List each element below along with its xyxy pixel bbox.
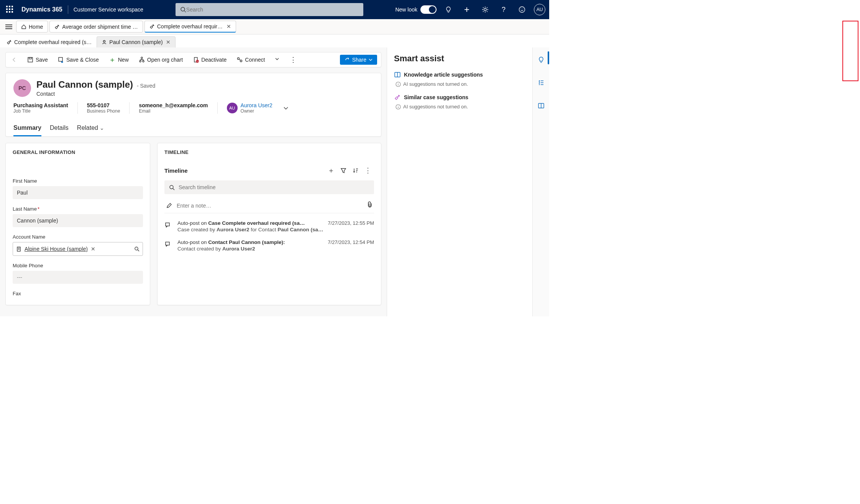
lightbulb-icon[interactable] [442,3,455,16]
header-field-email: someone_h@example.com Email [139,102,217,114]
svg-point-18 [240,60,242,62]
help-icon[interactable]: ? [497,3,510,16]
svg-point-7 [103,41,105,43]
subtab-close-button[interactable]: ✕ [166,39,171,45]
chevron-down-icon[interactable] [283,105,289,111]
last-name-label: Last Name* [13,206,143,212]
first-name-input[interactable] [13,186,143,199]
account-link[interactable]: Alpine Ski House (sample) [25,246,88,252]
save-close-button[interactable]: Save & Close [56,55,100,64]
wrench-icon [54,24,60,29]
nav-menu-button[interactable] [2,19,15,34]
tab-complete-overhaul[interactable]: Complete overhaul requir… ✕ [144,21,236,33]
more-timeline-button[interactable]: ⋮ [362,164,374,177]
tab-avg-order[interactable]: Average order shipment time … [49,21,143,33]
owner-link[interactable]: Aurora User2 [241,102,272,108]
header-field-business-phone: 555-0107 Business Phone [87,102,130,114]
smart-assist-title: Smart assist [394,54,525,64]
smart-assist-panel: Smart assist Knowledge article suggestio… [387,47,532,316]
svg-point-11 [141,57,143,59]
svg-point-4 [519,7,525,13]
timeline-note-row[interactable] [164,198,374,213]
clear-lookup-button[interactable]: ✕ [91,246,95,252]
timeline-item[interactable]: Auto-post on Contact Paul Cannon (sample… [164,239,374,252]
home-icon [21,24,26,29]
add-icon[interactable]: + [460,3,473,16]
tab-label: Complete overhaul requir… [157,23,223,29]
connect-dropdown[interactable] [273,55,282,64]
search-icon[interactable] [134,246,140,252]
chevron-down-icon [369,58,373,62]
new-look-toggle[interactable] [420,5,437,14]
svg-point-0 [181,7,185,11]
last-name-input[interactable] [13,214,143,227]
svg-line-24 [138,250,139,251]
tab-close-button[interactable]: ✕ [226,23,231,29]
similar-case-section[interactable]: Similar case suggestions [394,94,525,101]
settings-gear-icon[interactable] [479,3,492,16]
new-look-label: New look [395,7,417,13]
add-timeline-item-button[interactable]: ＋ [325,164,337,177]
global-search[interactable] [176,3,363,16]
account-lookup[interactable]: Alpine Ski House (sample) ✕ [13,242,143,256]
wrench-icon [7,39,12,45]
timeline-search-input[interactable] [179,184,369,190]
knowledge-rail-button[interactable] [534,99,548,113]
svg-rect-28 [166,242,169,245]
tab-details[interactable]: Details [50,121,69,136]
rail-active-indicator [548,51,549,64]
mobile-phone-input[interactable] [13,271,143,284]
user-avatar[interactable]: AU [534,4,545,15]
open-org-chart-button[interactable]: Open org chart [137,55,184,64]
timeline-timestamp: 7/27/2023, 12:55 PM [328,220,374,226]
tab-related[interactable]: Related [77,121,104,136]
deactivate-button[interactable]: Deactivate [191,55,228,64]
app-launcher-icon[interactable] [6,6,14,13]
workspace-name[interactable]: Customer Service workspace [74,7,143,13]
app-tabs: Complete overhaul required (s… Paul Cann… [0,34,549,47]
svg-point-35 [398,105,399,106]
autopost-icon [164,220,172,229]
building-icon [16,246,21,252]
subtab-case[interactable]: Complete overhaul required (s… [2,36,97,47]
new-button[interactable]: ＋ New [107,55,130,64]
svg-rect-10 [59,57,62,61]
timeline-note-input[interactable] [177,203,363,209]
pencil-icon [166,203,172,209]
timeline-search[interactable] [164,180,374,194]
timeline-item[interactable]: Auto-post on Case Complete overhaul requ… [164,220,374,232]
feedback-smile-icon[interactable] [515,3,528,16]
back-button[interactable] [10,55,19,64]
search-icon [169,185,175,190]
tab-home[interactable]: Home [16,21,48,33]
svg-point-12 [140,61,141,62]
knowledge-article-section[interactable]: Knowledge article suggestions [394,71,525,78]
header-field-owner[interactable]: AU Aurora User2 Owner [227,102,298,114]
global-search-input[interactable] [186,7,359,13]
svg-line-19 [239,59,240,60]
attachment-icon[interactable] [367,201,373,209]
org-chart-icon [139,57,145,63]
more-commands-button[interactable]: ⋮ [289,56,297,64]
smart-assist-rail-button[interactable] [534,53,548,67]
save-button[interactable]: Save [26,55,49,64]
tab-summary[interactable]: Summary [13,121,41,136]
tab-label: Average order shipment time … [62,24,138,30]
save-icon [27,57,33,63]
svg-point-3 [484,8,486,11]
info-icon [396,104,401,110]
sort-icon[interactable] [350,164,362,177]
share-button[interactable]: Share [340,55,377,65]
agent-scripts-rail-button[interactable] [534,76,548,90]
connect-button[interactable]: Connect [235,55,266,64]
subtab-label: Complete overhaul required (s… [14,39,92,45]
save-close-icon [58,57,64,63]
svg-point-25 [170,185,173,189]
svg-point-13 [143,61,144,62]
svg-line-26 [173,188,174,190]
filter-icon[interactable] [337,164,350,177]
subtab-contact[interactable]: Paul Cannon (sample) ✕ [97,36,175,47]
fax-label: Fax [13,291,143,296]
timeline-timestamp: 7/27/2023, 12:54 PM [328,239,374,245]
similar-case-message: AI suggestions not turned on. [396,104,525,110]
